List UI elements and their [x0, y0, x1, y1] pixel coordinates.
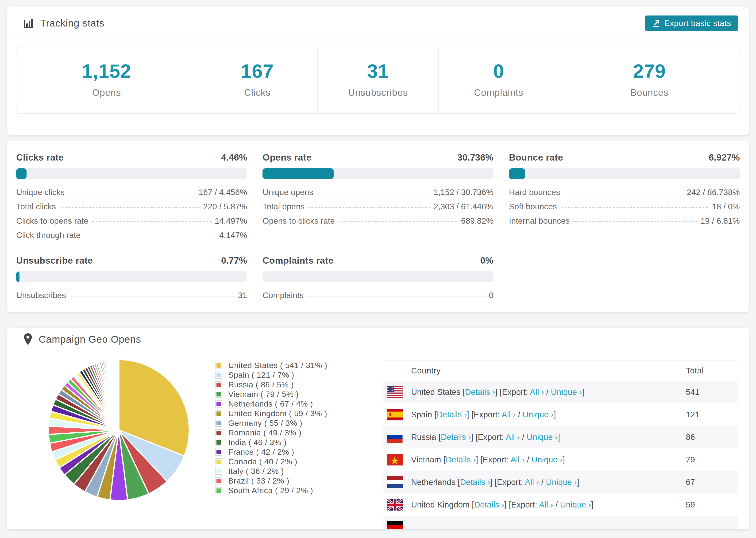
- country-cell: Netherlands [Details ›] [Export: All › /…: [411, 477, 579, 487]
- export-unique-link[interactable]: Unique ›: [531, 455, 563, 464]
- table-row-netherlands: Netherlands [Details ›] [Export: All › /…: [383, 471, 738, 493]
- legend-item: United Kingdom ( 59 / 3% ): [215, 409, 327, 418]
- stat-label: Bounces: [559, 87, 739, 98]
- export-basic-stats-button[interactable]: Export basic stats: [645, 16, 738, 31]
- table-row-united-kingdom: United Kingdom [Details ›] [Export: All …: [383, 493, 738, 516]
- pie-legend: United States ( 541 / 31% )Spain ( 121 /…: [215, 360, 327, 495]
- unsubscribe-rate-block: Unsubscribe rate0.77%Unsubscribes31: [16, 255, 247, 300]
- legend-item: Romania ( 49 / 3% ): [215, 428, 327, 438]
- legend-item: India ( 46 / 3% ): [215, 438, 327, 447]
- table-row-russia: Russia [Details ›] [Export: All › / Uniq…: [383, 426, 738, 448]
- geo-opens-pie-chart: [41, 352, 196, 508]
- export-all-link[interactable]: All ›: [502, 410, 515, 419]
- country-cell: Russia [Details ›] [Export: All › / Uniq…: [411, 432, 560, 442]
- total-cell: 59: [686, 500, 695, 510]
- legend-item: Spain ( 121 / 7% ): [215, 370, 327, 380]
- legend-swatch: [215, 410, 222, 417]
- export-unique-link[interactable]: Unique ›: [527, 432, 558, 442]
- details-link[interactable]: Details ›: [446, 455, 476, 464]
- export-prefix: Export:: [511, 500, 537, 509]
- export-prefix: Export:: [474, 410, 500, 419]
- total-cell: 79: [686, 455, 695, 464]
- rate-detail-row: Internal bounces19 / 6.81%: [509, 216, 740, 226]
- legend-item: Russia ( 86 / 5% ): [215, 380, 327, 389]
- details-link[interactable]: Details ›: [460, 477, 490, 487]
- rate-detail-row: Opens to clicks rate689.82%: [262, 216, 493, 226]
- legend-label: South Africa ( 29 / 2% ): [228, 486, 313, 495]
- legend-label: France ( 42 / 2% ): [228, 447, 294, 457]
- details-link[interactable]: Details ›: [441, 432, 471, 442]
- country-flag-vn: [387, 454, 403, 465]
- export-all-link[interactable]: All ›: [525, 477, 539, 487]
- export-icon: [652, 19, 661, 27]
- legend-swatch: [215, 381, 222, 388]
- export-unique-link[interactable]: Unique ›: [560, 500, 591, 509]
- country-cell: Spain [Details ›] [Export: All › / Uniqu…: [411, 410, 556, 419]
- rate-detail-row: Soft bounces18 / 0%: [509, 202, 740, 211]
- legend-label: Canada ( 40 / 2% ): [228, 457, 297, 466]
- tracking-stats-header: Tracking stats Export basic stats: [7, 7, 749, 39]
- complaints-rate-progress-bar: [262, 271, 493, 282]
- export-prefix: Export:: [497, 477, 523, 487]
- bar-chart-icon: [23, 18, 34, 28]
- stat-cell-unsubscribes: 31Unsubscribes: [318, 47, 439, 113]
- export-all-link[interactable]: All ›: [506, 432, 520, 442]
- export-all-link[interactable]: All ›: [511, 455, 524, 464]
- summary-stats: 1,152Opens167Clicks31Unsubscribes0Compla…: [16, 47, 740, 114]
- geo-header: Campaign Geo Opens: [7, 328, 749, 351]
- campaign-geo-opens-panel: Campaign Geo Opens United States ( 541 /…: [7, 327, 749, 529]
- legend-swatch: [215, 372, 222, 379]
- column-header-country: Country: [411, 366, 441, 375]
- stat-label: Unsubscribes: [318, 87, 438, 98]
- export-all-link[interactable]: All ›: [530, 387, 544, 397]
- stat-cell-complaints: 0Complaints: [439, 47, 559, 113]
- stat-cell-clicks: 167Clicks: [197, 47, 318, 113]
- rate-value: 6.927%: [709, 152, 740, 163]
- export-unique-link[interactable]: Unique ›: [523, 410, 554, 419]
- rate-value: 0.77%: [221, 255, 247, 266]
- country-name: United States: [411, 387, 460, 397]
- export-unique-link[interactable]: Unique ›: [546, 477, 577, 487]
- rate-detail-row: Total opens2,303 / 61.446%: [262, 202, 493, 211]
- stat-label: Clicks: [197, 87, 317, 98]
- pie-slice: [119, 360, 119, 430]
- export-prefix: Export:: [478, 432, 504, 442]
- country-flag-es: [387, 409, 403, 420]
- country-cell: United States [Details ›] [Export: All ›…: [411, 387, 584, 397]
- stat-value: 279: [559, 62, 739, 81]
- rate-title: Unsubscribe rate: [16, 255, 93, 266]
- legend-label: Germany ( 55 / 3% ): [228, 418, 302, 428]
- legend-label: United States ( 541 / 31% ): [228, 361, 327, 370]
- details-link[interactable]: Details ›: [474, 500, 504, 509]
- rate-title: Complaints rate: [262, 255, 333, 266]
- rate-detail-row: Unsubscribes31: [16, 291, 247, 300]
- total-cell: 541: [686, 387, 699, 397]
- rate-detail-row: Hard bounces242 / 86.738%: [509, 188, 740, 197]
- table-row-spain: Spain [Details ›] [Export: All › / Uniqu…: [383, 403, 738, 426]
- details-link[interactable]: Details ›: [437, 410, 467, 419]
- legend-label: Vietnam ( 79 / 5% ): [228, 390, 298, 399]
- page-title: Tracking stats: [40, 18, 104, 29]
- export-prefix: Export:: [483, 455, 509, 464]
- legend-item: Netherlands ( 67 / 4% ): [215, 399, 327, 409]
- legend-label: United Kingdom ( 59 / 3% ): [228, 409, 327, 418]
- unsubscribe-rate-progress-bar: [16, 271, 247, 282]
- country-name: Russia: [411, 432, 436, 442]
- column-header-total: Total: [686, 366, 704, 375]
- legend-swatch: [215, 401, 222, 407]
- geo-title: Campaign Geo Opens: [39, 334, 141, 345]
- country-name: Netherlands: [411, 477, 456, 487]
- table-row-united-states: United States [Details ›] [Export: All ›…: [383, 381, 738, 403]
- legend-swatch: [215, 391, 222, 398]
- clicks-rate-progress-bar: [16, 168, 247, 179]
- legend-item: Brazil ( 33 / 2% ): [215, 476, 327, 486]
- stat-value: 31: [318, 62, 438, 81]
- rate-detail-row: Click through rate4.147%: [16, 231, 247, 240]
- details-link[interactable]: Details ›: [465, 387, 495, 397]
- rates-grid: Clicks rate4.46%Unique clicks167 / 4.456…: [7, 141, 749, 300]
- opens-rate-progress-bar: [262, 168, 493, 179]
- export-unique-link[interactable]: Unique ›: [551, 387, 582, 397]
- legend-swatch: [215, 449, 222, 456]
- export-all-link[interactable]: All ›: [539, 500, 553, 509]
- rate-detail-row: Unique opens1,152 / 30.736%: [262, 188, 493, 197]
